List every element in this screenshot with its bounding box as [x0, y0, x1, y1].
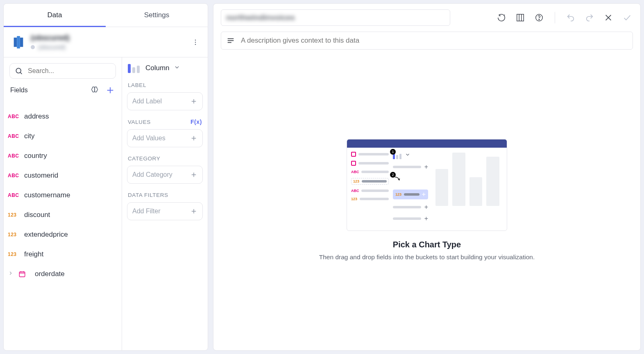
illus-mini-chart [432, 152, 503, 209]
plus-icon[interactable] [190, 135, 197, 142]
left-tabs: Data Settings [4, 4, 208, 27]
fields-title: Fields [10, 87, 28, 94]
empty-title: Pick a Chart Type [393, 240, 461, 249]
right-top: northwindinvoices [213, 4, 640, 29]
svg-rect-10 [19, 272, 25, 277]
tab-settings-label: Settings [144, 11, 169, 19]
add-field-icon[interactable] [105, 85, 115, 95]
chevron-down-icon [405, 152, 410, 159]
toolbar [496, 12, 633, 23]
datasource-more-icon[interactable] [190, 37, 200, 47]
description-lines-icon [226, 36, 235, 45]
left-panel: Data Settings (obscured) (obscured) [3, 3, 208, 351]
datasource-subtitle: (obscured) [31, 44, 190, 50]
chevron-right-icon [8, 270, 14, 278]
shelf-values[interactable]: Add Values [127, 129, 203, 147]
search-icon [15, 67, 23, 75]
fields-list[interactable]: ABCaddress ABCcity ABCcountry ABCcustome… [4, 104, 122, 286]
type-icon: 123 [8, 212, 19, 218]
shelf-title-text: DATA FILTERS [128, 192, 168, 198]
column-chart-icon [128, 63, 141, 73]
tab-data[interactable]: Data [4, 4, 106, 27]
shelf-category-title: CATEGORY [122, 152, 208, 163]
field-name: extendedprice [24, 231, 68, 239]
field-item[interactable]: ABCcountry [5, 146, 121, 166]
type-icon: ABC [8, 114, 19, 119]
datasource-name: (obscured) [31, 34, 190, 42]
refresh-icon[interactable] [496, 12, 507, 23]
field-item[interactable]: 123freight [5, 244, 121, 264]
shelf-placeholder: Add Filter [132, 208, 160, 215]
svg-point-5 [195, 44, 196, 45]
type-icon: ABC [8, 133, 19, 139]
close-icon[interactable] [603, 12, 614, 23]
empty-illustration: ABC 123 ABC 123 1 + 2 123+ [347, 139, 507, 231]
shelf-category[interactable]: Add Category [127, 166, 203, 184]
shelf-filters[interactable]: Add Filter [127, 202, 203, 220]
shelf-placeholder: Add Values [132, 135, 166, 142]
tab-data-label: Data [48, 11, 62, 19]
brain-icon[interactable] [90, 85, 100, 95]
shelf-label[interactable]: Add Label [127, 92, 203, 110]
config-column: Column LABEL Add Label VALUESF(x) Add Va… [122, 57, 208, 350]
svg-line-7 [20, 73, 22, 74]
field-name: country [24, 152, 47, 160]
svg-rect-1 [17, 36, 20, 48]
plus-icon[interactable] [190, 208, 197, 215]
confirm-icon[interactable] [621, 12, 633, 23]
field-name: orderdate [35, 270, 65, 278]
grid-icon[interactable] [515, 12, 526, 23]
undo-icon[interactable] [565, 12, 576, 23]
svg-rect-0 [14, 37, 17, 47]
illus-step-2: 2 [393, 175, 428, 185]
fields-header: Fields [10, 85, 115, 95]
svg-point-4 [195, 41, 196, 42]
type-icon: ABC [8, 192, 19, 198]
redo-icon[interactable] [584, 12, 595, 23]
shelf-placeholder: Add Label [132, 98, 162, 105]
field-name: customerid [24, 171, 58, 180]
empty-state: ABC 123 ABC 123 1 + 2 123+ [213, 50, 640, 350]
shelf-placeholder: Add Category [132, 171, 172, 178]
field-item[interactable]: 123discount [5, 205, 121, 225]
svg-point-26 [539, 19, 540, 20]
chart-type-selector[interactable]: Column [122, 57, 208, 79]
field-item[interactable]: ABCcity [5, 126, 121, 146]
field-item[interactable]: ABCcustomerid [5, 166, 121, 185]
field-name: address [24, 112, 49, 121]
search-input-wrap[interactable] [9, 63, 116, 79]
chevron-down-icon [174, 64, 180, 72]
viz-description-input[interactable] [240, 36, 628, 45]
help-icon[interactable] [533, 12, 545, 23]
field-name: discount [24, 211, 50, 219]
empty-subtitle: Then drag and drop fields into the bucke… [319, 254, 535, 261]
viz-title-text: northwindinvoices [226, 13, 295, 22]
shelf-title-text: LABEL [128, 82, 146, 88]
field-item[interactable]: orderdate [5, 264, 121, 284]
search-input[interactable] [27, 67, 111, 75]
svg-rect-22 [517, 14, 524, 21]
field-name: city [24, 132, 35, 140]
field-item[interactable]: ABCcustomername [5, 185, 121, 205]
fields-column: search Fields [4, 57, 122, 350]
shelf-values-title: VALUESF(x) [122, 115, 208, 127]
plus-icon[interactable] [190, 171, 197, 178]
shelf-label-title: LABEL [122, 79, 208, 90]
date-icon [18, 270, 30, 278]
right-panel: northwindinvoices [213, 3, 641, 351]
type-icon: ABC [8, 153, 19, 159]
tab-settings[interactable]: Settings [106, 4, 208, 27]
shelf-title-text: CATEGORY [128, 155, 160, 162]
plus-icon[interactable] [190, 98, 197, 105]
viz-title-input[interactable]: northwindinvoices [221, 9, 450, 26]
datasource-row: (obscured) (obscured) [4, 27, 208, 57]
field-item[interactable]: ABCaddress [5, 107, 121, 126]
left-body: search Fields [4, 57, 208, 350]
field-item[interactable]: 123extendedprice [5, 225, 121, 244]
app-root: Data Settings (obscured) (obscured) [0, 0, 644, 354]
viz-description[interactable] [221, 32, 633, 50]
fx-button[interactable]: F(x) [190, 119, 202, 125]
datasource-subtitle-text: (obscured) [38, 44, 66, 50]
shelf-filters-title: DATA FILTERS [122, 189, 208, 200]
type-icon: 123 [8, 232, 19, 238]
